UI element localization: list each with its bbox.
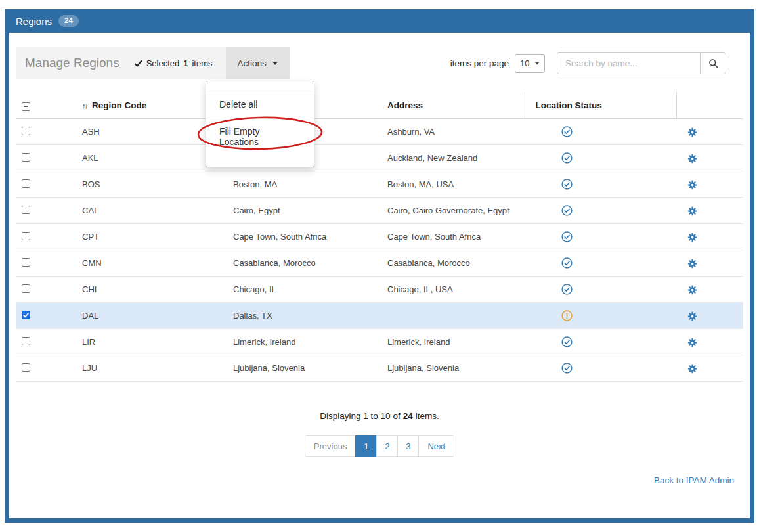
search-icon xyxy=(708,58,718,68)
table-row: LIR Limerick, Ireland Limerick, Ireland xyxy=(16,329,743,355)
settings-gear-icon[interactable] xyxy=(687,285,697,295)
selected-items-status: Selected 1 items xyxy=(134,58,213,68)
menu-item-delete-all[interactable]: Delete all xyxy=(206,91,314,118)
row-checkbox[interactable] xyxy=(22,284,30,293)
status-ok-icon xyxy=(561,231,573,242)
address-cell: Chicago, IL, USA xyxy=(382,277,525,303)
address-cell: Ljubljana, Slovenia xyxy=(382,355,525,382)
row-checkbox[interactable] xyxy=(22,127,30,135)
actions-dropdown-menu: Delete all Fill Empty Locations xyxy=(206,81,314,167)
items-per-page-value: 10 xyxy=(520,58,529,68)
table-row: CMN Casablanca, Morocco Casablanca, Moro… xyxy=(16,250,743,277)
select-caret-icon xyxy=(534,62,539,65)
settings-gear-icon[interactable] xyxy=(687,127,697,137)
region-code-cell: LIR xyxy=(77,329,228,355)
region-code-cell: LJU xyxy=(77,355,228,382)
settings-gear-icon[interactable] xyxy=(687,233,697,242)
table-header-row: ↑↓Region Code Address Location Status xyxy=(16,92,743,119)
actions-button[interactable]: Actions xyxy=(226,47,290,79)
page-button-2[interactable]: 2 xyxy=(376,435,398,457)
status-ok-icon xyxy=(561,257,573,269)
region-name-cell: Cairo, Egypt xyxy=(228,198,382,224)
row-checkbox[interactable] xyxy=(22,153,30,162)
chevron-down-icon xyxy=(272,62,278,65)
address-cell: Ashburn, VA xyxy=(382,119,525,145)
row-checkbox[interactable] xyxy=(22,179,30,188)
header-actions-column xyxy=(676,92,743,119)
selected-count: 1 xyxy=(183,58,188,68)
header-address: Address xyxy=(382,92,525,119)
toolbar-right: items per page 10 xyxy=(450,52,743,74)
status-ok-icon xyxy=(561,179,573,190)
page-button-3[interactable]: 3 xyxy=(397,435,419,457)
summary-suffix: items. xyxy=(416,411,439,421)
region-code-cell: DAL xyxy=(77,303,228,329)
table-row: ASH Ashburn, VA xyxy=(16,119,743,145)
sort-icon: ↑↓ xyxy=(82,102,87,110)
region-name-cell: Chicago, IL xyxy=(228,277,382,303)
regions-page: Regions 24 Manage Regions Selected 1 ite… xyxy=(0,0,759,532)
header-location-status: Location Status xyxy=(525,92,676,119)
region-name-cell: Casablanca, Morocco xyxy=(228,250,382,277)
page-title: Regions xyxy=(16,16,52,27)
settings-gear-icon[interactable] xyxy=(687,180,697,190)
status-warning-icon xyxy=(561,310,573,321)
search-input[interactable] xyxy=(557,52,700,74)
row-checkbox[interactable] xyxy=(22,311,30,319)
status-ok-icon xyxy=(561,363,573,374)
summary-total: 24 xyxy=(403,411,413,421)
selected-suffix: items xyxy=(192,58,212,68)
previous-page-button[interactable]: Previous xyxy=(305,435,357,457)
row-checkbox[interactable] xyxy=(22,232,30,240)
settings-gear-icon[interactable] xyxy=(687,364,697,374)
page-button-1[interactable]: 1 xyxy=(355,435,377,457)
row-checkbox[interactable] xyxy=(22,206,30,214)
display-summary: Displaying 1 to 10 of 24 items. xyxy=(9,411,750,421)
row-checkbox[interactable] xyxy=(22,337,30,345)
status-ok-icon xyxy=(561,284,573,295)
table-row: DAL Dallas, TX xyxy=(16,303,743,329)
table-row: CAI Cairo, Egypt Cairo, Cairo Governorat… xyxy=(16,198,743,224)
settings-gear-icon[interactable] xyxy=(687,311,697,321)
toolbar: Manage Regions Selected 1 items Actions xyxy=(16,47,743,79)
region-code-cell: CHI xyxy=(77,277,228,303)
settings-gear-icon[interactable] xyxy=(687,154,697,164)
settings-gear-icon[interactable] xyxy=(687,338,697,347)
manage-regions-heading: Manage Regions xyxy=(25,56,119,70)
status-ok-icon xyxy=(561,336,573,347)
items-per-page-label: items per page xyxy=(450,58,509,68)
row-checkbox[interactable] xyxy=(22,258,30,267)
toolbar-left: Manage Regions Selected 1 items Actions xyxy=(16,47,290,79)
page-header: Regions 24 xyxy=(5,9,754,33)
region-name-cell: Cape Town, South Africa xyxy=(228,224,382,250)
page-frame: Regions 24 Manage Regions Selected 1 ite… xyxy=(5,9,754,523)
address-cell: Limerick, Ireland xyxy=(382,329,525,355)
items-per-page-select[interactable]: 10 xyxy=(515,54,545,73)
region-code-cell: CAI xyxy=(77,198,228,224)
address-cell: Boston, MA, USA xyxy=(382,171,525,198)
next-page-button[interactable]: Next xyxy=(418,435,454,457)
check-icon xyxy=(134,59,142,68)
region-code-cell: BOS xyxy=(77,171,228,198)
status-ok-icon xyxy=(561,205,573,216)
settings-gear-icon[interactable] xyxy=(687,259,697,269)
back-to-ipam-admin-link[interactable]: Back to IPAM Admin xyxy=(654,476,734,485)
pagination: Previous 1 2 3 Next xyxy=(9,435,750,457)
region-name-cell: Limerick, Ireland xyxy=(228,329,382,355)
select-all-checkbox[interactable] xyxy=(22,102,30,111)
address-cell: Casablanca, Morocco xyxy=(382,250,525,277)
actions-button-label: Actions xyxy=(238,58,267,68)
regions-table-body: ASH Ashburn, VA AKL Auckland, NZ Aucklan… xyxy=(16,119,743,382)
summary-prefix: Displaying 1 to 10 of xyxy=(320,411,400,421)
table-row: AKL Auckland, NZ Auckland, New Zealand xyxy=(16,145,743,171)
search-button[interactable] xyxy=(700,52,726,74)
footer: Back to IPAM Admin xyxy=(25,474,734,486)
table-row: LJU Ljubljana, Slovenia Ljubljana, Slove… xyxy=(16,355,743,382)
region-name-cell: Dallas, TX xyxy=(228,303,382,329)
settings-gear-icon[interactable] xyxy=(687,206,697,216)
menu-item-fill-empty-locations[interactable]: Fill Empty Locations xyxy=(206,118,314,155)
row-checkbox[interactable] xyxy=(22,363,30,372)
selected-prefix: Selected xyxy=(146,58,180,68)
region-name-cell: Ljubljana, Slovenia xyxy=(228,355,382,382)
address-cell: Cairo, Cairo Governorate, Egypt xyxy=(382,198,525,224)
